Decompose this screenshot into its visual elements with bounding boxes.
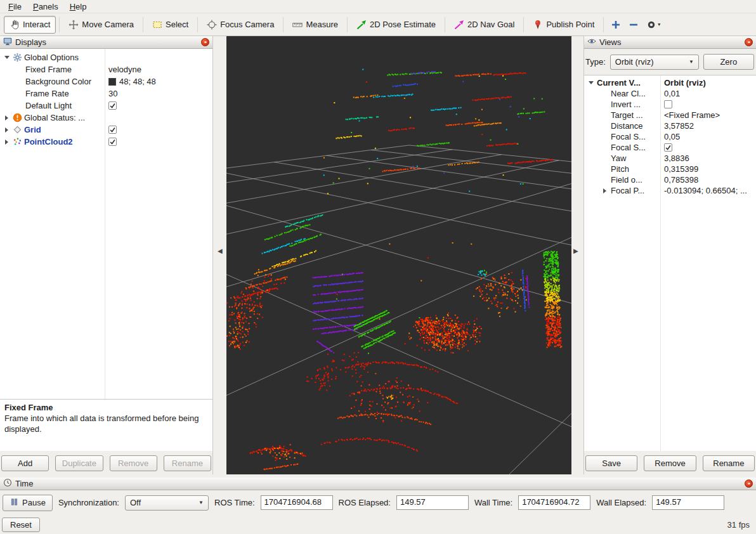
property-value: -0.013094; 0.66504; ... (664, 186, 747, 195)
menu-help[interactable]: Help (64, 1, 93, 13)
expand-arrow-icon[interactable] (5, 140, 8, 145)
expand-arrow-icon[interactable] (5, 127, 8, 133)
property-row[interactable]: Grid (0, 124, 212, 136)
property-value-cell[interactable]: <Fixed Frame> (660, 110, 756, 120)
3d-viewport[interactable] (226, 36, 571, 474)
property-name-cell: Default Light (0, 101, 105, 110)
ros-elapsed-field[interactable]: 149.57 (396, 495, 469, 510)
remove-tool-button[interactable] (625, 16, 642, 33)
tool-interact[interactable]: Interact (4, 16, 56, 34)
tool-measure[interactable]: Measure (287, 16, 344, 34)
displays-tree: Global OptionsFixed FramevelodyneBackgro… (0, 49, 212, 399)
pointcloud-canvas[interactable] (226, 36, 571, 474)
sync-dropdown[interactable]: Off ▼ (125, 495, 209, 511)
add-button[interactable]: Add (1, 455, 49, 471)
property-row[interactable]: Fixed Framevelodyne (0, 63, 212, 75)
property-row[interactable]: Focal S... (584, 142, 756, 153)
property-row[interactable]: Near Cl...0,01 (584, 88, 756, 99)
property-row[interactable]: Background Color48; 48; 48 (0, 75, 212, 88)
views-close-button[interactable] (745, 38, 753, 46)
property-row[interactable]: Global Status: ... (0, 112, 212, 124)
wall-elapsed-field[interactable]: 149.57 (652, 495, 724, 510)
right-splitter-arrow[interactable]: ▶ (573, 248, 578, 254)
collapse-arrow-icon[interactable] (589, 81, 594, 84)
property-value-cell[interactable]: 0,315399 (660, 164, 756, 174)
displays-panel-icon (3, 37, 12, 48)
zero-button[interactable]: Zero (703, 54, 754, 70)
reset-button[interactable]: Reset (2, 518, 40, 532)
expand-arrow-icon[interactable] (603, 188, 606, 193)
property-row[interactable]: Focal S...0,05 (584, 131, 756, 142)
ros-time-field[interactable]: 1704716904.68 (261, 495, 333, 510)
menu-file[interactable]: File (3, 1, 27, 13)
rename-button[interactable]: Rename (703, 455, 755, 471)
property-value-cell[interactable] (660, 143, 756, 152)
tool-label: Move Camera (82, 20, 134, 29)
collapse-arrow-icon[interactable] (4, 56, 10, 59)
tool-properties-button[interactable]: ▾ (642, 16, 664, 33)
wall-time-field[interactable]: 1704716904.72 (518, 495, 590, 510)
checkbox-unchecked[interactable] (664, 100, 672, 108)
property-row[interactable]: Frame Rate30 (0, 88, 212, 100)
checkbox-checked[interactable] (108, 126, 117, 134)
property-row[interactable]: Global Options (0, 51, 212, 63)
property-value-cell[interactable]: -0.013094; 0.66504; ... (660, 186, 756, 195)
remove-button[interactable]: Remove (644, 455, 696, 471)
property-name: Near Cl... (611, 89, 646, 98)
tool-publish-point[interactable]: Publish Point (527, 16, 600, 34)
property-value-cell[interactable] (105, 126, 212, 134)
pause-icon (10, 497, 19, 509)
property-value-cell[interactable]: 0,05 (660, 132, 756, 141)
property-value-cell[interactable]: 3,57852 (660, 121, 756, 131)
time-content: Pause Synchronization: Off ▼ ROS Time:17… (0, 490, 756, 515)
save-button[interactable]: Save (585, 455, 637, 471)
property-value: 0,05 (664, 132, 680, 141)
property-value: 0,785398 (664, 175, 698, 185)
property-name-cell: Near Cl... (584, 89, 660, 98)
tool-pose-estimate[interactable]: 2D Pose Estimate (351, 16, 441, 34)
property-row[interactable]: Default Light (0, 100, 212, 112)
property-row[interactable]: Field o...0,785398 (584, 174, 756, 185)
property-value-cell[interactable]: 0,01 (660, 89, 756, 98)
expand-arrow-icon[interactable] (5, 115, 8, 120)
displays-panel: Displays Global OptionsFixed Framevelody… (0, 36, 213, 474)
property-value-cell[interactable]: 30 (105, 89, 212, 98)
property-value-cell[interactable] (105, 138, 212, 146)
checkbox-checked[interactable] (108, 138, 117, 146)
view-type-dropdown[interactable]: Orbit (rviz) ▼ (610, 55, 699, 70)
property-row[interactable]: Focal P...-0.013094; 0.66504; ... (584, 185, 756, 196)
property-row[interactable]: Invert ... (584, 99, 756, 110)
property-value-cell[interactable]: 3,8836 (660, 153, 756, 163)
property-value: velodyne (108, 65, 141, 74)
property-value-cell[interactable]: 0,785398 (660, 175, 756, 185)
property-value-cell[interactable] (105, 101, 212, 110)
time-close-button[interactable] (745, 479, 753, 488)
toolbar-separator (523, 17, 524, 32)
views-panel: Views Type: Orbit (rviz) ▼ Zero Current … (583, 36, 756, 474)
checkbox-checked[interactable] (108, 101, 117, 110)
tool-move-camera[interactable]: Move Camera (63, 16, 140, 34)
property-row[interactable]: Pitch0,315399 (584, 164, 756, 174)
property-value-cell[interactable]: Orbit (rviz) (660, 78, 756, 88)
property-value-cell[interactable] (660, 100, 756, 108)
property-value-cell[interactable]: 48; 48; 48 (105, 77, 212, 86)
property-value-cell[interactable]: velodyne (105, 65, 212, 74)
tool-nav-goal[interactable]: 2D Nav Goal (448, 16, 520, 34)
add-tool-button[interactable] (607, 16, 625, 33)
displays-close-button[interactable] (201, 38, 209, 46)
property-name-cell: Distance (584, 121, 660, 131)
left-splitter-arrow[interactable]: ◀ (218, 248, 223, 254)
property-row[interactable]: Current V...Orbit (rviz) (584, 77, 756, 88)
tool-select[interactable]: Select (147, 16, 194, 34)
checkbox-checked[interactable] (664, 143, 672, 152)
column-separator (660, 75, 661, 451)
tool-focus-camera[interactable]: Focus Camera (201, 16, 280, 34)
menu-panels[interactable]: Panels (27, 1, 64, 13)
property-name: Global Status: ... (24, 113, 85, 122)
property-row[interactable]: Target ...<Fixed Frame> (584, 110, 756, 120)
property-row[interactable]: Yaw3,8836 (584, 153, 756, 164)
pause-button[interactable]: Pause (3, 495, 53, 511)
chevron-down-icon: ▾ (658, 22, 660, 27)
property-row[interactable]: PointCloud2 (0, 136, 212, 148)
property-row[interactable]: Distance3,57852 (584, 120, 756, 131)
